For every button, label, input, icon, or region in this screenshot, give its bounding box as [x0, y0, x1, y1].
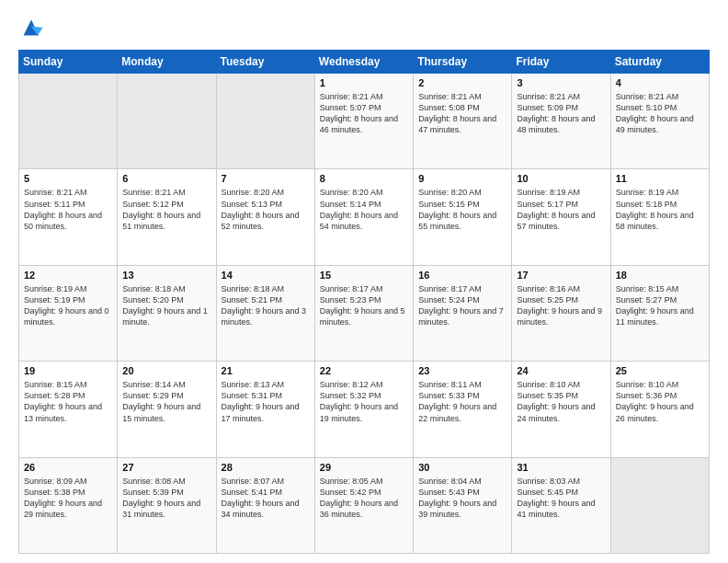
day-number: 18 — [616, 270, 704, 281]
day-info: Sunrise: 8:15 AMSunset: 5:28 PMDaylight:… — [24, 379, 112, 424]
header — [18, 15, 710, 40]
day-info: Sunrise: 8:11 AMSunset: 5:33 PMDaylight:… — [418, 379, 506, 424]
day-info: Sunrise: 8:03 AMSunset: 5:45 PMDaylight:… — [517, 476, 605, 521]
day-number: 30 — [418, 462, 506, 473]
weekday-header-wednesday: Wednesday — [314, 51, 413, 74]
weekday-header-thursday: Thursday — [414, 51, 512, 74]
day-cell-13: 13Sunrise: 8:18 AMSunset: 5:20 PMDayligh… — [118, 265, 216, 361]
day-cell-21: 21Sunrise: 8:13 AMSunset: 5:31 PMDayligh… — [216, 362, 314, 457]
day-number: 11 — [616, 173, 704, 184]
week-row-5: 26Sunrise: 8:09 AMSunset: 5:38 PMDayligh… — [19, 457, 710, 553]
day-number: 25 — [616, 365, 704, 376]
day-info: Sunrise: 8:15 AMSunset: 5:27 PMDaylight:… — [616, 283, 704, 328]
day-cell-12: 12Sunrise: 8:19 AMSunset: 5:19 PMDayligh… — [19, 265, 118, 361]
day-cell-24: 24Sunrise: 8:10 AMSunset: 5:35 PMDayligh… — [512, 362, 610, 457]
week-row-3: 12Sunrise: 8:19 AMSunset: 5:19 PMDayligh… — [19, 265, 710, 361]
logo — [18, 15, 48, 40]
day-info: Sunrise: 8:14 AMSunset: 5:29 PMDaylight:… — [122, 379, 210, 424]
day-number: 9 — [418, 173, 506, 184]
day-info: Sunrise: 8:20 AMSunset: 5:14 PMDaylight:… — [320, 187, 408, 232]
day-info: Sunrise: 8:17 AMSunset: 5:24 PMDaylight:… — [418, 283, 506, 328]
day-cell-9: 9Sunrise: 8:20 AMSunset: 5:15 PMDaylight… — [414, 169, 512, 265]
day-number: 12 — [24, 270, 112, 281]
logo-icon — [18, 15, 44, 40]
day-cell-3: 3Sunrise: 8:21 AMSunset: 5:09 PMDaylight… — [512, 74, 610, 169]
day-number: 31 — [517, 462, 605, 473]
week-row-1: 1Sunrise: 8:21 AMSunset: 5:07 PMDaylight… — [19, 74, 710, 169]
day-number: 14 — [222, 270, 310, 281]
day-number: 10 — [517, 173, 605, 184]
weekday-header-sunday: Sunday — [19, 51, 118, 74]
empty-cell — [118, 74, 216, 169]
day-number: 29 — [320, 462, 408, 473]
day-number: 20 — [122, 365, 210, 376]
day-info: Sunrise: 8:07 AMSunset: 5:41 PMDaylight:… — [222, 476, 310, 521]
day-cell-14: 14Sunrise: 8:18 AMSunset: 5:21 PMDayligh… — [216, 265, 314, 361]
day-cell-17: 17Sunrise: 8:16 AMSunset: 5:25 PMDayligh… — [512, 265, 610, 361]
day-number: 23 — [418, 365, 506, 376]
day-number: 1 — [320, 77, 408, 88]
day-info: Sunrise: 8:10 AMSunset: 5:36 PMDaylight:… — [616, 379, 704, 424]
day-cell-5: 5Sunrise: 8:21 AMSunset: 5:11 PMDaylight… — [19, 169, 118, 265]
day-number: 27 — [122, 462, 210, 473]
day-info: Sunrise: 8:21 AMSunset: 5:10 PMDaylight:… — [616, 91, 704, 136]
day-cell-10: 10Sunrise: 8:19 AMSunset: 5:17 PMDayligh… — [512, 169, 610, 265]
day-number: 2 — [418, 77, 506, 88]
day-info: Sunrise: 8:12 AMSunset: 5:32 PMDaylight:… — [320, 379, 408, 424]
day-info: Sunrise: 8:10 AMSunset: 5:35 PMDaylight:… — [517, 379, 605, 424]
day-cell-15: 15Sunrise: 8:17 AMSunset: 5:23 PMDayligh… — [314, 265, 413, 361]
day-info: Sunrise: 8:18 AMSunset: 5:20 PMDaylight:… — [122, 283, 210, 328]
day-number: 21 — [222, 365, 310, 376]
day-cell-31: 31Sunrise: 8:03 AMSunset: 5:45 PMDayligh… — [512, 457, 610, 553]
day-cell-11: 11Sunrise: 8:19 AMSunset: 5:18 PMDayligh… — [610, 169, 709, 265]
day-number: 3 — [517, 77, 605, 88]
empty-cell — [216, 74, 314, 169]
day-cell-27: 27Sunrise: 8:08 AMSunset: 5:39 PMDayligh… — [118, 457, 216, 553]
day-info: Sunrise: 8:19 AMSunset: 5:18 PMDaylight:… — [616, 187, 704, 232]
day-info: Sunrise: 8:05 AMSunset: 5:42 PMDaylight:… — [320, 476, 408, 521]
day-number: 28 — [222, 462, 310, 473]
day-number: 19 — [24, 365, 112, 376]
day-number: 6 — [122, 173, 210, 184]
day-cell-18: 18Sunrise: 8:15 AMSunset: 5:27 PMDayligh… — [610, 265, 709, 361]
day-info: Sunrise: 8:20 AMSunset: 5:13 PMDaylight:… — [222, 187, 310, 232]
day-number: 26 — [24, 462, 112, 473]
day-number: 15 — [320, 270, 408, 281]
day-cell-8: 8Sunrise: 8:20 AMSunset: 5:14 PMDaylight… — [314, 169, 413, 265]
day-cell-7: 7Sunrise: 8:20 AMSunset: 5:13 PMDaylight… — [216, 169, 314, 265]
day-number: 5 — [24, 173, 112, 184]
weekday-header-row: SundayMondayTuesdayWednesdayThursdayFrid… — [19, 51, 710, 74]
day-cell-25: 25Sunrise: 8:10 AMSunset: 5:36 PMDayligh… — [610, 362, 709, 457]
day-cell-23: 23Sunrise: 8:11 AMSunset: 5:33 PMDayligh… — [414, 362, 512, 457]
day-cell-4: 4Sunrise: 8:21 AMSunset: 5:10 PMDaylight… — [610, 74, 709, 169]
day-number: 17 — [517, 270, 605, 281]
day-number: 13 — [122, 270, 210, 281]
weekday-header-friday: Friday — [512, 51, 610, 74]
day-info: Sunrise: 8:21 AMSunset: 5:08 PMDaylight:… — [418, 91, 506, 136]
day-cell-2: 2Sunrise: 8:21 AMSunset: 5:08 PMDaylight… — [414, 74, 512, 169]
day-cell-29: 29Sunrise: 8:05 AMSunset: 5:42 PMDayligh… — [314, 457, 413, 553]
day-info: Sunrise: 8:21 AMSunset: 5:09 PMDaylight:… — [517, 91, 605, 136]
day-cell-30: 30Sunrise: 8:04 AMSunset: 5:43 PMDayligh… — [414, 457, 512, 553]
day-cell-1: 1Sunrise: 8:21 AMSunset: 5:07 PMDaylight… — [314, 74, 413, 169]
day-cell-16: 16Sunrise: 8:17 AMSunset: 5:24 PMDayligh… — [414, 265, 512, 361]
day-cell-20: 20Sunrise: 8:14 AMSunset: 5:29 PMDayligh… — [118, 362, 216, 457]
day-cell-26: 26Sunrise: 8:09 AMSunset: 5:38 PMDayligh… — [19, 457, 118, 553]
day-cell-28: 28Sunrise: 8:07 AMSunset: 5:41 PMDayligh… — [216, 457, 314, 553]
calendar-page: SundayMondayTuesdayWednesdayThursdayFrid… — [0, 0, 728, 563]
day-number: 16 — [418, 270, 506, 281]
empty-cell — [19, 74, 118, 169]
day-number: 8 — [320, 173, 408, 184]
day-cell-6: 6Sunrise: 8:21 AMSunset: 5:12 PMDaylight… — [118, 169, 216, 265]
day-info: Sunrise: 8:18 AMSunset: 5:21 PMDaylight:… — [222, 283, 310, 328]
day-number: 22 — [320, 365, 408, 376]
day-info: Sunrise: 8:09 AMSunset: 5:38 PMDaylight:… — [24, 476, 112, 521]
day-info: Sunrise: 8:21 AMSunset: 5:07 PMDaylight:… — [320, 91, 408, 136]
day-info: Sunrise: 8:13 AMSunset: 5:31 PMDaylight:… — [222, 379, 310, 424]
weekday-header-tuesday: Tuesday — [216, 51, 314, 74]
day-info: Sunrise: 8:16 AMSunset: 5:25 PMDaylight:… — [517, 283, 605, 328]
day-info: Sunrise: 8:04 AMSunset: 5:43 PMDaylight:… — [418, 476, 506, 521]
day-info: Sunrise: 8:19 AMSunset: 5:19 PMDaylight:… — [24, 283, 112, 328]
week-row-4: 19Sunrise: 8:15 AMSunset: 5:28 PMDayligh… — [19, 362, 710, 457]
day-info: Sunrise: 8:08 AMSunset: 5:39 PMDaylight:… — [122, 476, 210, 521]
